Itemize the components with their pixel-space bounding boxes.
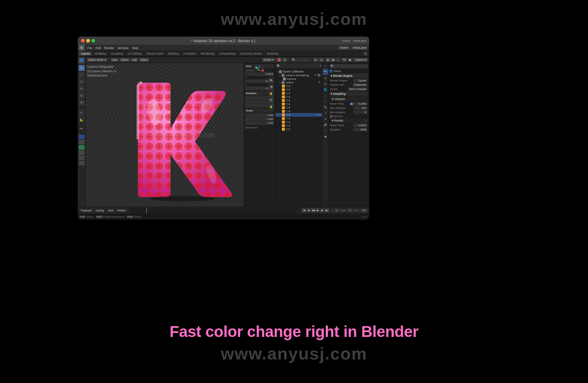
- outliner-k9-selected[interactable]: ▽ K 👁 ●: [275, 113, 322, 117]
- transform-orientation[interactable]: Global ▾: [262, 58, 275, 62]
- view-menu-timeline[interactable]: View: [106, 208, 115, 212]
- current-frame-input[interactable]: 1: [334, 208, 339, 212]
- tab-uv-editing[interactable]: UV Editing: [125, 52, 144, 56]
- eye-icon-2[interactable]: 👁: [318, 81, 321, 84]
- material-view-btn[interactable]: ◑: [330, 58, 335, 62]
- props-tab-object[interactable]: ▽: [322, 98, 328, 104]
- noise-checkbox[interactable]: [350, 103, 353, 105]
- props-tab-scene[interactable]: S: [322, 63, 328, 69]
- menu-file[interactable]: File: [86, 46, 94, 50]
- mode-selector[interactable]: Object Mode ▾: [87, 58, 107, 62]
- marker-menu[interactable]: Marker: [116, 208, 127, 212]
- outliner-letters[interactable]: ▾ Letters 👁: [275, 81, 322, 84]
- scale-z[interactable]: 1.000: [245, 121, 274, 125]
- render-section-header[interactable]: ▾ Render Engine: [329, 74, 368, 78]
- tab-sculpting[interactable]: Sculpting: [109, 52, 125, 56]
- props-tab-physics[interactable]: ⊕: [322, 116, 328, 122]
- outliner-k4[interactable]: ▽ K: [275, 95, 322, 99]
- props-tab-view-layer[interactable]: ⊞: [322, 81, 328, 87]
- prev-frame-btn[interactable]: ◀: [306, 208, 311, 212]
- play-btn[interactable]: ▶: [316, 208, 320, 212]
- object-menu[interactable]: Object: [139, 58, 150, 62]
- render-engine-value[interactable]: Cycles: [353, 79, 368, 82]
- view-menu[interactable]: View: [110, 58, 119, 62]
- eye-icon-1[interactable]: 👁: [314, 74, 317, 77]
- tab-rendering[interactable]: Rendering: [199, 52, 217, 56]
- scale-x[interactable]: 1.000: [245, 113, 274, 117]
- noise-threshold-value[interactable]: 0.1000: [353, 102, 368, 106]
- tab-compositing[interactable]: Compositing: [217, 52, 237, 56]
- outliner-search-input[interactable]: [281, 64, 319, 68]
- add-workspace-btn[interactable]: +: [364, 52, 367, 56]
- jump-end-btn[interactable]: ▶|: [325, 208, 329, 212]
- viewport[interactable]: Camera Orthographic (S) Scene Collection…: [86, 63, 275, 207]
- camera-view-btn[interactable]: 📷: [341, 58, 348, 62]
- outliner-k3[interactable]: ▽ K: [275, 92, 322, 95]
- outliner-camera-lighting[interactable]: ▾ Camera and lighting 👁 📷: [275, 74, 322, 77]
- outliner-k1[interactable]: ▽ K: [275, 84, 322, 88]
- solid-view-btn[interactable]: ●: [326, 58, 330, 62]
- scale-y[interactable]: 1.000: [245, 117, 274, 121]
- render-icon-k9[interactable]: ●: [319, 113, 321, 116]
- tab-animation[interactable]: Animation: [181, 52, 199, 56]
- outliner-k10[interactable]: ▽ K: [275, 117, 322, 120]
- props-tab-scene2[interactable]: 🌐: [322, 87, 328, 92]
- rev-play-btn[interactable]: ◀◀: [311, 208, 315, 212]
- menu-help[interactable]: Help: [130, 46, 140, 50]
- zoom-in-btn[interactable]: 🔍: [268, 77, 274, 83]
- playback-menu[interactable]: Playback: [79, 208, 93, 212]
- outliner-k7[interactable]: ▽ K: [275, 106, 322, 109]
- proportional-btn[interactable]: ◎: [282, 58, 287, 62]
- viewport-subsection[interactable]: ▾ Viewport: [329, 97, 368, 101]
- camera-btn[interactable]: 📷: [268, 97, 274, 103]
- tab-scripting[interactable]: Scripting: [264, 52, 280, 56]
- rendered-view-btn[interactable]: ○: [336, 58, 340, 62]
- tool-annotate[interactable]: ✏: [79, 110, 85, 116]
- xray-btn[interactable]: ◫: [319, 58, 324, 62]
- tool-move[interactable]: ✛: [79, 79, 85, 85]
- tool-measure[interactable]: 📐: [79, 117, 85, 123]
- props-tab-material[interactable]: ⬟: [322, 134, 328, 140]
- maximize-button[interactable]: [91, 39, 95, 42]
- timeline-scrubber[interactable]: [129, 208, 300, 213]
- zoom-out-btn[interactable]: 🔎: [268, 84, 274, 90]
- outliner-k8[interactable]: ▽ K: [275, 109, 322, 113]
- render-play-btn[interactable]: ▶: [348, 58, 353, 62]
- end-frame-input[interactable]: 192: [360, 208, 368, 212]
- outliner-k12[interactable]: ▽ K: [275, 124, 322, 127]
- snap-btn[interactable]: 🧲: [276, 58, 282, 62]
- minimize-button[interactable]: [86, 39, 90, 42]
- outliner-k6[interactable]: ▽ K: [275, 102, 322, 106]
- pan-btn[interactable]: ✋: [268, 91, 274, 96]
- jump-start-btn[interactable]: |◀: [302, 208, 306, 212]
- scene-selector[interactable]: Scene: [338, 46, 350, 50]
- tab-shading[interactable]: Shading: [166, 52, 181, 56]
- sampling-section-header[interactable]: ▾ Sampling: [329, 92, 368, 96]
- device-value[interactable]: GPU Compute: [348, 87, 368, 91]
- outliner-scene-collection[interactable]: ▾ Scene Collection: [275, 70, 322, 74]
- props-tab-particles[interactable]: ✦: [322, 110, 328, 116]
- tab-geometry-nodes[interactable]: Geometry Nodes: [237, 52, 264, 56]
- next-frame-btn[interactable]: ▶: [320, 208, 324, 212]
- props-tab-world[interactable]: ○: [322, 92, 328, 98]
- outliner-k11[interactable]: ▽ K: [275, 120, 322, 124]
- props-tab-output[interactable]: 🖨: [322, 75, 328, 81]
- tab-layout[interactable]: Layout: [79, 52, 92, 56]
- render-subsection[interactable]: ▾ Render ≡: [329, 118, 368, 123]
- outliner-k13[interactable]: ▽ K: [275, 127, 322, 131]
- keying-menu[interactable]: Keying: [94, 208, 106, 212]
- tool-cursor[interactable]: +: [79, 72, 85, 78]
- close-button[interactable]: [81, 39, 85, 42]
- props-tab-render[interactable]: 📷: [322, 69, 328, 75]
- outliner-camera[interactable]: Camera: [275, 77, 322, 81]
- tool-scale[interactable]: ⊡: [79, 92, 85, 98]
- props-tab-constraints[interactable]: 🔗: [322, 122, 328, 128]
- render-samples-value[interactable]: 2048: [353, 128, 368, 131]
- outliner-k5[interactable]: ▽ K: [275, 99, 322, 102]
- overlay-btn[interactable]: ⊡: [313, 58, 318, 62]
- tab-modeling[interactable]: Modeling: [92, 52, 109, 56]
- add-menu[interactable]: Add: [130, 58, 138, 62]
- min-samples-value[interactable]: 0: [353, 110, 368, 114]
- select-menu[interactable]: Select: [120, 58, 130, 62]
- lock-btn[interactable]: 🔒: [268, 104, 274, 109]
